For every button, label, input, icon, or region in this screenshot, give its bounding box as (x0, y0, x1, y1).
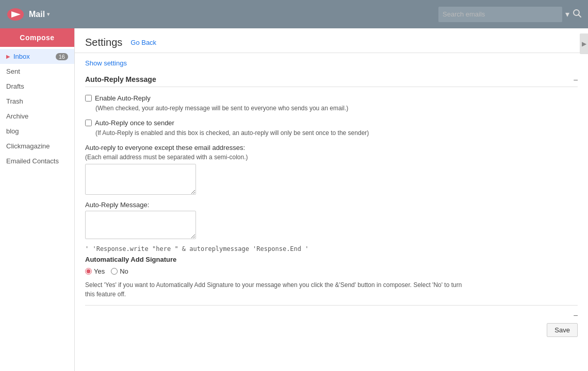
compose-button[interactable]: Compose (0, 28, 74, 47)
logo-area: Mail ▾ (6, 7, 50, 22)
save-row: Save (85, 323, 578, 337)
except-emails-row: Auto-reply to everyone except these emai… (85, 144, 578, 195)
sidebar-item-trash-label: Trash (6, 97, 23, 105)
enable-autoreply-row: Enable Auto-Reply (When checked, your au… (85, 94, 578, 113)
section-collapse-icon[interactable]: – (574, 75, 578, 83)
autoreply-msg-textarea[interactable] (85, 211, 196, 239)
signature-yes-label: Yes (94, 267, 105, 275)
settings-header: Settings Go Back (75, 28, 588, 53)
auto-reply-section-divider: Auto-Reply Message – (85, 75, 578, 87)
signature-no-label: No (120, 267, 128, 275)
sidebar-nav: ▶ Inbox 16 Sent Drafts Trash (0, 47, 74, 168)
sidebar-item-drafts[interactable]: Drafts (0, 79, 74, 94)
enable-autoreply-hint: (When checked, your auto-reply message w… (95, 104, 578, 113)
autoreply-once-checkbox[interactable] (85, 120, 92, 126)
inbox-arrow-icon: ▶ (6, 54, 10, 59)
search-filter-icon[interactable]: ▾ (565, 9, 569, 19)
sidebar-item-drafts-label: Drafts (6, 82, 24, 90)
sidebar-item-emailed-contacts-label: Emailed Contacts (6, 157, 59, 165)
sidebar-item-archive-label: Archive (6, 112, 28, 120)
signature-yes-option[interactable]: Yes (85, 267, 105, 275)
signature-title: Automatically Add Signature (85, 256, 578, 263)
inbox-badge: 16 (56, 53, 68, 60)
enable-autoreply-checkbox[interactable] (85, 95, 92, 102)
autoreply-once-label[interactable]: Auto-Reply once to sender (95, 119, 174, 127)
signature-no-option[interactable]: No (111, 267, 128, 275)
enable-autoreply-checkbox-row: Enable Auto-Reply (85, 94, 578, 102)
except-emails-hint: (Each email address must be separated wi… (85, 154, 578, 161)
signature-yes-radio[interactable] (85, 268, 92, 275)
auto-reply-section-title: Auto-Reply Message (85, 75, 156, 83)
sidebar-item-sent-label: Sent (6, 68, 20, 75)
go-back-link[interactable]: Go Back (130, 39, 156, 46)
sidebar-item-trash[interactable]: Trash (0, 94, 74, 109)
sidebar-item-inbox[interactable]: ▶ Inbox 16 (0, 49, 74, 64)
sidebar: Compose ▶ Inbox 16 Sent Drafts (0, 28, 75, 371)
code-line: ' 'Response.write "here " & autoreplymes… (85, 245, 578, 252)
sidebar-item-blog[interactable]: blog (0, 124, 74, 139)
svg-line-3 (579, 14, 581, 17)
main-content: ▶ Settings Go Back Show settings Auto-Re… (75, 28, 588, 371)
except-emails-textarea[interactable] (85, 164, 196, 195)
save-button[interactable]: Save (547, 323, 578, 337)
sidebar-item-clickmagazine[interactable]: Clickmagazine (0, 139, 74, 154)
signature-radio-row: Yes No (85, 267, 578, 275)
mail-label[interactable]: Mail ▾ (29, 10, 50, 19)
sidebar-item-clickmagazine-label: Clickmagazine (6, 142, 50, 150)
collapse-panel-button[interactable]: ▶ (580, 33, 588, 54)
srt-logo (6, 7, 25, 22)
bottom-divider (85, 305, 578, 306)
settings-title: Settings (85, 37, 122, 48)
show-settings-link[interactable]: Show settings (85, 59, 127, 67)
autoreply-msg-row: Auto-Reply Message: (85, 201, 578, 239)
enable-autoreply-label[interactable]: Enable Auto-Reply (95, 94, 151, 102)
search-input[interactable] (438, 7, 562, 22)
sidebar-item-blog-label: blog (6, 127, 19, 135)
select-info-text: Select 'Yes' if you want to Automaticall… (85, 280, 467, 299)
signature-no-radio[interactable] (111, 268, 118, 275)
autoreply-msg-label: Auto-Reply Message: (85, 201, 578, 209)
autoreply-once-checkbox-row: Auto-Reply once to sender (85, 119, 578, 127)
search-area: ▾ (438, 7, 582, 22)
top-bar: Mail ▾ ▾ (0, 0, 588, 28)
search-icon[interactable] (573, 9, 582, 20)
autoreply-once-hint: (If Auto-Reply is enabled and this box i… (95, 129, 578, 138)
sidebar-item-sent[interactable]: Sent (0, 64, 74, 79)
main-layout: Compose ▶ Inbox 16 Sent Drafts (0, 28, 588, 371)
mail-dropdown-icon[interactable]: ▾ (47, 11, 50, 17)
sidebar-item-inbox-label: Inbox (13, 53, 30, 60)
bottom-collapse-icon[interactable]: – (85, 311, 578, 319)
except-emails-label: Auto-reply to everyone except these emai… (85, 144, 578, 151)
autoreply-once-row: Auto-Reply once to sender (If Auto-Reply… (85, 119, 578, 138)
settings-body: Show settings Auto-Reply Message – Enabl… (75, 53, 588, 347)
sidebar-item-emailed-contacts[interactable]: Emailed Contacts (0, 154, 74, 168)
sidebar-item-archive[interactable]: Archive (0, 109, 74, 124)
right-arrow-icon: ▶ (582, 40, 586, 47)
